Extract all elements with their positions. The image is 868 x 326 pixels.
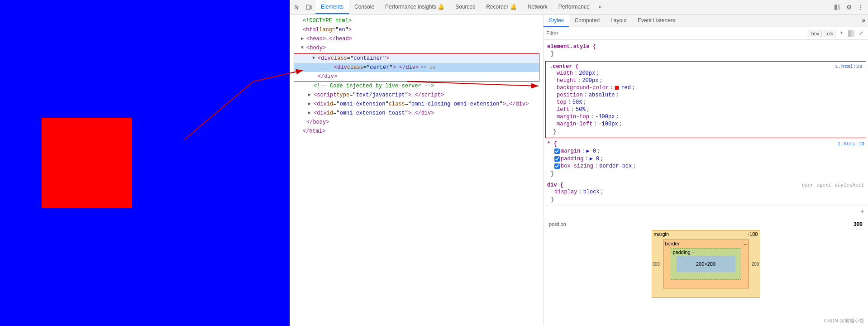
- tab-network[interactable]: Network: [522, 0, 553, 14]
- styles-panel: Styles Computed Layout Event Listeners »…: [544, 14, 868, 326]
- toggle-sidebar-icon[interactable]: [847, 29, 855, 38]
- rule-source[interactable]: user agent stylesheet: [801, 182, 864, 188]
- tab-sources[interactable]: Sources: [450, 0, 481, 14]
- dom-panel: <!DOCTYPE html> <html lang="en" > ▶ <hea…: [290, 14, 544, 326]
- svg-rect-5: [851, 30, 854, 37]
- dom-line[interactable]: </div>: [294, 72, 539, 81]
- tab-layout[interactable]: Layout: [605, 14, 632, 27]
- style-rule-star: * { 1.html:10 margin: ▶ 0; padding: ▶ 0;: [544, 139, 868, 180]
- dom-line[interactable]: </html>: [290, 127, 543, 136]
- style-prop-line: box-sizing: border-box;: [547, 163, 864, 170]
- red-box: [42, 118, 132, 208]
- tab-performance[interactable]: Performance: [553, 0, 595, 14]
- prop-checkbox[interactable]: [554, 163, 560, 169]
- style-prop-line: padding: ▶ 0;: [547, 155, 864, 163]
- style-prop-line: margin: ▶ 0;: [547, 147, 864, 155]
- position-label: position: [549, 221, 566, 227]
- box-model-section: position 300 margin -100: [544, 218, 868, 302]
- rule-source[interactable]: 1.html:10: [838, 141, 864, 147]
- bm-content: 200×200: [677, 256, 735, 272]
- hov-filter-btn[interactable]: :hov: [808, 30, 822, 37]
- devtools-tabs: Elements Console Performance insights 🔔 …: [315, 0, 831, 14]
- dom-line[interactable]: ▶ <script type="text/javascript" >…</scr…: [290, 91, 543, 100]
- bm-padding: padding – 200×200: [671, 248, 741, 280]
- tab-styles-more[interactable]: »: [859, 14, 868, 27]
- tab-computed[interactable]: Computed: [569, 14, 605, 27]
- dom-line-container[interactable]: ▼ <div class="container" >: [294, 54, 539, 63]
- more-options-icon[interactable]: ⋮: [855, 2, 866, 13]
- svg-rect-0: [306, 5, 310, 10]
- svg-rect-3: [838, 5, 840, 10]
- dom-line-center[interactable]: ... <div class="center" > </div> == $0: [294, 63, 539, 72]
- color-swatch: [615, 86, 619, 90]
- style-rule-div: div { user agent stylesheet display: blo…: [544, 180, 868, 206]
- devtools-pane: Elements Console Performance insights 🔔 …: [290, 0, 868, 326]
- devtools-toolbar: Elements Console Performance insights 🔔 …: [290, 0, 868, 14]
- style-prop-line: display: block;: [547, 188, 864, 196]
- box-model-visual: margin -100 border –: [652, 230, 760, 298]
- panel-icon[interactable]: [832, 2, 843, 13]
- styles-content: element.style { } .center { 1.html:23 wi…: [544, 40, 868, 326]
- expand-arrow: ▶: [301, 34, 306, 43]
- style-rule-element: element.style { }: [544, 42, 868, 60]
- cls-filter-btn[interactable]: .cls: [824, 30, 836, 37]
- bm-border: border – padding –: [663, 240, 749, 288]
- style-prop-line: background-color: red;: [549, 84, 862, 91]
- style-prop-line: height: 200px;: [549, 77, 862, 84]
- dom-line[interactable]: ▶ <div id="omni-extension" class="omni-c…: [290, 100, 543, 109]
- dollar-indicator: == $0: [420, 63, 435, 72]
- svg-rect-4: [848, 30, 851, 37]
- style-prop-line: position: absolute;: [549, 91, 862, 99]
- svg-rect-1: [310, 6, 312, 9]
- bm-right-value: 200: [752, 262, 759, 267]
- add-new-style-icon[interactable]: +: [860, 208, 864, 216]
- dom-text: <!DOCTYPE html>: [303, 16, 352, 25]
- app-container: Elements Console Performance insights 🔔 …: [0, 0, 868, 326]
- tab-event-listeners[interactable]: Event Listeners: [632, 14, 681, 27]
- device-toggle-icon[interactable]: [304, 2, 315, 13]
- add-style-icon[interactable]: +: [837, 29, 845, 38]
- tab-console[interactable]: Console: [349, 0, 380, 14]
- styles-tabs: Styles Computed Layout Event Listeners »: [544, 14, 868, 27]
- bm-margin: margin -100 border –: [652, 230, 760, 298]
- bm-left-value: 300: [653, 262, 660, 267]
- tab-more[interactable]: »: [595, 0, 606, 14]
- content-size: 200×200: [696, 261, 715, 267]
- tab-recorder[interactable]: Recorder 🔔: [481, 0, 522, 14]
- dom-line[interactable]: ▶ <div id="omni-extension-toast" >…</div…: [290, 109, 543, 118]
- svg-rect-2: [835, 5, 837, 10]
- dom-line[interactable]: <html lang="en" >: [290, 25, 543, 34]
- dom-line[interactable]: </body>: [290, 118, 543, 127]
- tab-styles[interactable]: Styles: [544, 14, 569, 27]
- style-prop-line: top: 50%;: [549, 99, 862, 106]
- prop-checkbox[interactable]: [554, 149, 560, 154]
- inspect-element-icon[interactable]: [292, 2, 303, 13]
- expand-arrow: ▼: [312, 54, 318, 63]
- dom-line[interactable]: ▼ <body>: [290, 43, 543, 53]
- expand-arrow: ▼: [301, 43, 306, 53]
- dom-line[interactable]: <!-- Code injected by live-server -->: [290, 82, 543, 91]
- tab-elements[interactable]: Elements: [315, 0, 349, 14]
- rule-selector: .center {: [549, 63, 579, 70]
- prop-checkbox[interactable]: [554, 156, 560, 162]
- dom-line[interactable]: <!DOCTYPE html>: [290, 16, 543, 25]
- bm-bottom-value: –: [705, 292, 707, 297]
- styles-filter-bar: :hov .cls + ⤢: [544, 27, 868, 40]
- right-toolbar-icons: ⚙ ⋮: [832, 2, 866, 13]
- tab-performance-insights[interactable]: Performance insights 🔔: [380, 0, 450, 14]
- rule-selector: div {: [547, 182, 563, 188]
- style-prop-line: left: 50%;: [549, 106, 862, 113]
- settings-icon[interactable]: ⚙: [844, 2, 854, 13]
- rule-source[interactable]: 1.html:23: [835, 64, 862, 69]
- watermark: CSDN @前端小货: [824, 317, 864, 324]
- rule-selector: * {: [547, 141, 557, 147]
- styles-filter-input[interactable]: [546, 30, 806, 37]
- position-value: 300: [854, 221, 863, 227]
- dom-content: <!DOCTYPE html> <html lang="en" > ▶ <hea…: [290, 14, 543, 326]
- style-prop-line: margin-top: -100px;: [549, 113, 862, 120]
- expand-panel-icon[interactable]: ⤢: [857, 29, 865, 38]
- dom-line[interactable]: ▶ <head>…</head>: [290, 34, 543, 43]
- style-prop-line: width: 200px;: [549, 70, 862, 77]
- style-prop-line: margin-left: -100px;: [549, 120, 862, 128]
- rule-selector: element.style {: [547, 43, 596, 50]
